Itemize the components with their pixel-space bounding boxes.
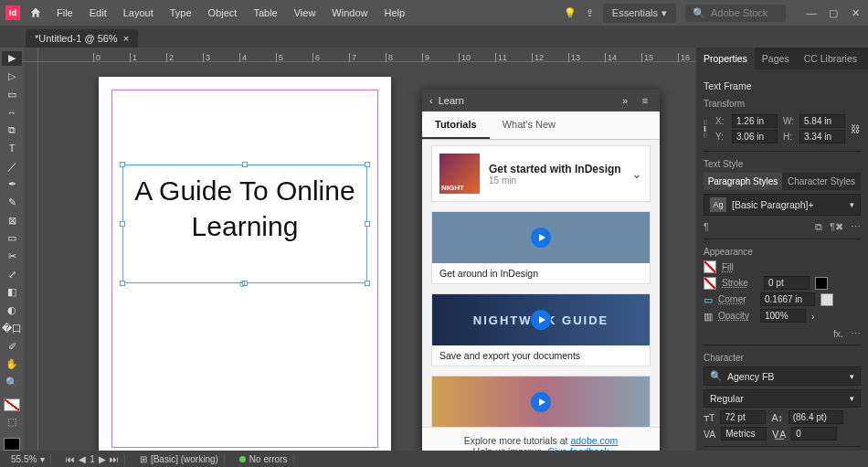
font-family-dropdown[interactable]: 🔍Agency FB▾ — [704, 366, 861, 386]
resize-handle[interactable] — [365, 221, 370, 227]
home-icon[interactable] — [26, 3, 46, 23]
clear-override-icon[interactable]: ¶✖ — [830, 221, 843, 233]
pen-tool[interactable]: ✒ — [2, 177, 22, 192]
gradient-feather-tool[interactable]: ◐ — [2, 303, 22, 318]
new-style-icon[interactable]: ⧉ — [815, 221, 822, 233]
type-tool[interactable]: T — [2, 142, 22, 156]
text-frame-content[interactable]: A Guide To Online Learning — [123, 165, 366, 244]
maximize-button[interactable]: ▢ — [826, 7, 841, 19]
pencil-tool[interactable]: ✎ — [2, 196, 22, 210]
paragraph-style-dropdown[interactable]: Ag [Basic Paragraph]+ ▾ — [704, 194, 861, 216]
free-transform-tool[interactable]: ⤢ — [2, 267, 22, 281]
input-opacity[interactable] — [760, 309, 806, 323]
rectangle-tool[interactable]: ▭ — [2, 231, 22, 246]
input-font-size[interactable] — [720, 410, 766, 424]
menu-view[interactable]: View — [289, 4, 322, 22]
opacity-arrow-icon[interactable]: › — [811, 311, 815, 322]
panel-menu-icon[interactable]: ≡ — [638, 95, 652, 106]
resize-handle[interactable] — [365, 162, 370, 167]
stroke-swatch[interactable] — [704, 277, 716, 290]
resize-handle[interactable] — [120, 162, 125, 167]
menu-file[interactable]: File — [51, 4, 79, 22]
more-options-icon[interactable]: ⋯ — [851, 221, 861, 233]
gradient-swatch-tool[interactable]: ◧ — [2, 285, 22, 300]
note-tool[interactable]: �口 — [2, 322, 22, 336]
stroke-style[interactable] — [815, 277, 828, 290]
canvas[interactable]: 0 1 2 3 4 5 6 7 8 9 10 11 12 13 14 15 16… — [24, 48, 696, 451]
learn-body[interactable]: NIGHT Get started with InDesign 15 min ⌄… — [422, 140, 660, 427]
pasteboard[interactable]: A Guide To Online Learning o ‹ Learn — [38, 62, 696, 451]
constrain-icon[interactable]: ⛓ — [851, 123, 861, 134]
direct-selection-tool[interactable]: ▷ — [2, 69, 22, 84]
input-w[interactable] — [799, 114, 845, 128]
play-icon[interactable] — [531, 228, 551, 248]
next-page-icon[interactable]: ▶ — [99, 454, 106, 464]
close-tab-icon[interactable]: × — [123, 33, 129, 44]
input-kerning[interactable] — [721, 427, 767, 440]
rectangle-frame-tool[interactable]: ⊠ — [2, 213, 22, 228]
corner-shape[interactable] — [820, 293, 833, 306]
menu-edit[interactable]: Edit — [84, 4, 112, 22]
input-corner[interactable] — [760, 292, 815, 306]
tutorial-item[interactable]: NIGHTW LK GUIDE Save and export your doc… — [431, 293, 651, 366]
adobe-link[interactable]: adobe.com — [570, 435, 618, 446]
input-stroke[interactable] — [764, 276, 810, 290]
tab-tutorials[interactable]: Tutorials — [422, 111, 490, 139]
more-options-icon[interactable]: ⋯ — [851, 328, 861, 339]
play-icon[interactable] — [531, 310, 551, 330]
page[interactable]: A Guide To Online Learning o — [99, 77, 391, 451]
tab-properties[interactable]: Properties — [696, 48, 755, 69]
fill-swatch[interactable] — [4, 398, 20, 410]
input-y[interactable] — [732, 130, 778, 143]
input-leading[interactable] — [789, 410, 843, 424]
collapse-icon[interactable]: » — [618, 95, 632, 106]
back-icon[interactable]: ‹ — [429, 95, 433, 106]
text-frame[interactable]: A Guide To Online Learning o — [122, 165, 367, 283]
page-nav[interactable]: ⏮◀1▶⏭ — [60, 454, 125, 464]
content-collector-tool[interactable]: ⧉ — [2, 123, 22, 138]
style-status[interactable]: ⊞[Basic] (working) — [134, 454, 225, 464]
tab-whats-new[interactable]: What's New — [490, 111, 568, 139]
tutorial-featured[interactable]: NIGHT Get started with InDesign 15 min ⌄ — [431, 145, 651, 202]
video-thumb[interactable] — [432, 212, 650, 263]
minimize-button[interactable]: — — [804, 7, 819, 19]
ruler-horizontal[interactable]: 0 1 2 3 4 5 6 7 8 9 10 11 12 13 14 15 16 — [38, 48, 696, 62]
menu-type[interactable]: Type — [164, 4, 197, 22]
play-icon[interactable] — [531, 392, 551, 412]
last-page-icon[interactable]: ⏭ — [110, 454, 119, 464]
share-icon[interactable]: ⇪ — [586, 7, 594, 19]
tab-paragraph-styles[interactable]: Paragraph Styles — [704, 173, 782, 190]
resize-handle[interactable] — [120, 221, 125, 227]
lightbulb-icon[interactable]: 💡 — [564, 7, 577, 19]
gap-tool[interactable]: ↔ — [2, 105, 22, 120]
line-tool[interactable]: ／ — [2, 159, 22, 174]
chevron-down-icon[interactable]: ⌄ — [631, 166, 642, 181]
video-thumb[interactable]: NIGHTW LK GUIDE — [432, 294, 650, 345]
tutorial-item[interactable]: Zoom and pan — [431, 376, 651, 427]
resize-handle[interactable] — [242, 162, 248, 167]
resize-handle[interactable] — [120, 281, 125, 286]
search-stock-input[interactable]: 🔍 Adobe Stock — [685, 5, 786, 22]
input-h[interactable] — [799, 130, 845, 143]
document-tab[interactable]: *Untitled-1 @ 56% × — [26, 29, 138, 48]
font-weight-dropdown[interactable]: Regular▾ — [704, 389, 861, 408]
thread-out-port[interactable]: o — [239, 277, 246, 290]
menu-layout[interactable]: Layout — [118, 4, 159, 22]
zoom-tool[interactable]: 🔍 — [2, 376, 22, 390]
first-page-icon[interactable]: ⏮ — [66, 454, 75, 464]
formatting-container[interactable] — [4, 438, 20, 450]
pilcrow-icon[interactable]: ¶ — [704, 221, 709, 233]
opacity-icon[interactable]: ▥ — [704, 311, 713, 322]
default-fill-stroke[interactable]: ⬚ — [2, 415, 22, 430]
selection-tool[interactable]: ▶ — [2, 51, 22, 66]
eyedropper-tool[interactable]: ✐ — [2, 339, 22, 354]
tab-character-styles[interactable]: Character Styles — [782, 173, 861, 190]
reference-point[interactable] — [704, 120, 706, 138]
preflight-status[interactable]: No errors — [234, 454, 294, 464]
tutorial-item[interactable]: Get around in InDesign — [431, 211, 651, 284]
fill-swatch[interactable] — [704, 260, 716, 273]
zoom-level[interactable]: 55.5%▾ — [5, 454, 51, 464]
hand-tool[interactable]: ✋ — [2, 357, 22, 372]
workspace-switcher[interactable]: Essentials ▾ — [603, 4, 676, 23]
menu-object[interactable]: Object — [203, 4, 243, 22]
